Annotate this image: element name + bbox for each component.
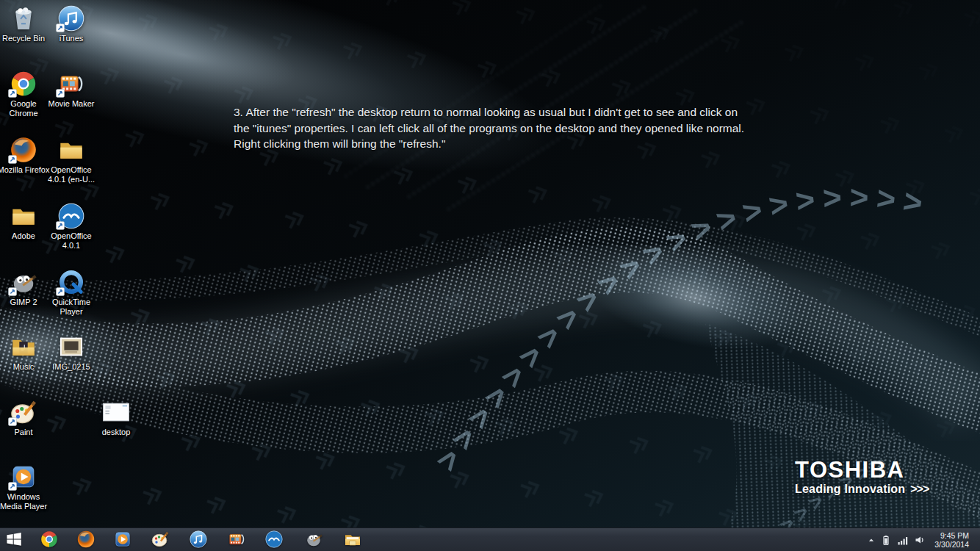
- desktop-icon-desktop-file[interactable]: desktop: [90, 398, 143, 437]
- windows-start-icon: [5, 530, 23, 548]
- taskbar-paint-button[interactable]: [151, 530, 170, 550]
- taskbar-itunes-button[interactable]: [189, 530, 208, 550]
- desktop-icon-label: IMG_0215: [45, 362, 98, 372]
- system-tray: 9:45 PM 3/30/2014: [868, 528, 980, 551]
- battery-button[interactable]: [880, 534, 892, 546]
- desktop-icon-adobe[interactable]: Adobe: [0, 202, 50, 241]
- desktop-icon-label: Recycle Bin: [0, 34, 50, 43]
- desktop-screen: >>>>>>>>>>>>>>>>>>>>>> >>>>>>>>>> Recycl…: [0, 0, 980, 551]
- taskbar-gimp-button[interactable]: [304, 530, 323, 550]
- desktop-icon-label: Music: [0, 362, 50, 372]
- toshiba-tagline: Leading Innovation: [795, 483, 905, 495]
- hidden-icons-caret-icon: [868, 536, 875, 544]
- desktop-icon-img-0215[interactable]: IMG_0215: [45, 333, 98, 372]
- gimp-icon: [305, 530, 323, 548]
- desktop-icon-label: OpenOffice 4.0.1 (en-U...: [45, 165, 98, 184]
- taskbar-clock[interactable]: 9:45 PM 3/30/2014: [934, 531, 969, 550]
- paint-icon: [10, 398, 37, 426]
- paint-icon: [151, 530, 169, 548]
- wmp-icon: [10, 463, 37, 491]
- battery-icon: [880, 534, 892, 546]
- folder-icon: [10, 202, 37, 230]
- desktop-icon-label: iTunes: [45, 34, 98, 43]
- toshiba-logo: TOSHIBA Leading Innovation>>>: [795, 458, 929, 496]
- volume-icon: [914, 534, 926, 546]
- taskbar-wmp-button[interactable]: [113, 530, 132, 550]
- annotation-line: Right clicking them will bring the "refr…: [234, 136, 793, 152]
- desktop-icon-google-chrome[interactable]: Google Chrome: [0, 70, 50, 118]
- itunes-icon: [57, 4, 85, 32]
- shortcut-arrow-icon: [56, 221, 65, 230]
- chevrons-icon: >>>: [910, 483, 929, 495]
- desktop-icon-label: Mozilla Firefox: [0, 165, 50, 175]
- desktop-icon-label: QuickTime Player: [45, 298, 98, 316]
- photo-icon: [57, 333, 85, 361]
- desktop-icon-label: Windows Media Player: [0, 492, 50, 511]
- desktop-icon-paint[interactable]: Paint: [0, 398, 50, 437]
- desktop-icon-label: GIMP 2: [0, 298, 50, 307]
- annotation-line: 3. After the "refresh" the desktop retur…: [234, 104, 793, 120]
- desktop-icon-gimp[interactable]: GIMP 2: [0, 268, 50, 307]
- toshiba-wordmark: TOSHIBA: [795, 458, 929, 482]
- desktop-icon-label: Adobe: [0, 231, 50, 241]
- desktop-icon-label: Movie Maker: [45, 99, 98, 109]
- folder-icon: [57, 136, 85, 164]
- desktop-icon-quicktime[interactable]: QuickTime Player: [45, 268, 98, 316]
- shortcut-arrow-icon: [8, 482, 17, 491]
- taskbar-openoffice-button[interactable]: [264, 530, 284, 550]
- start-button[interactable]: [4, 530, 24, 550]
- chrome-icon: [10, 70, 37, 98]
- clock-date: 3/30/2014: [934, 540, 969, 550]
- desktop-icon-openoffice[interactable]: OpenOffice 4.0.1: [45, 202, 98, 250]
- desktop-icon-movie-maker[interactable]: Movie Maker: [45, 70, 98, 109]
- firefox-icon: [10, 136, 37, 164]
- shortcut-arrow-icon: [56, 89, 65, 98]
- desktop-icon-itunes[interactable]: iTunes: [45, 4, 98, 43]
- shortcut-arrow-icon: [56, 287, 65, 296]
- firefox-icon: [77, 530, 95, 548]
- desktop-icon-label: Paint: [0, 428, 50, 437]
- music-folder-icon: [10, 333, 37, 361]
- shortcut-arrow-icon: [8, 287, 17, 296]
- wmp-icon: [114, 530, 131, 548]
- itunes-icon: [190, 530, 207, 548]
- taskbar-movie-maker-button[interactable]: [227, 530, 246, 550]
- recycle-bin-icon: [10, 4, 37, 32]
- movie-maker-icon: [228, 530, 245, 548]
- annotation-line: the "itunes" properties. I can left clic…: [234, 120, 793, 137]
- hidden-icons-button[interactable]: [868, 536, 875, 544]
- clock-time: 9:45 PM: [934, 531, 969, 541]
- file-explorer-icon: [344, 530, 361, 548]
- taskbar-chrome-button[interactable]: [40, 530, 59, 550]
- desktop-icon-mozilla-firefox[interactable]: Mozilla Firefox: [0, 136, 50, 175]
- desktop-icon-label: desktop: [90, 428, 143, 437]
- desktop-icon-label: Google Chrome: [0, 99, 50, 118]
- volume-button[interactable]: [914, 534, 926, 546]
- openoffice-icon: [57, 202, 85, 230]
- annotation-text: 3. After the "refresh" the desktop retur…: [234, 104, 793, 152]
- chrome-icon: [40, 530, 58, 548]
- shortcut-arrow-icon: [8, 155, 17, 164]
- taskbar-file-explorer-button[interactable]: [343, 530, 362, 550]
- shortcut-arrow-icon: [56, 24, 65, 32]
- desktop-icon-label: OpenOffice 4.0.1: [45, 231, 98, 250]
- movie-maker-icon: [57, 70, 85, 98]
- taskbar: 9:45 PM 3/30/2014: [0, 527, 980, 551]
- desktop-icon-recycle-bin[interactable]: Recycle Bin: [0, 4, 50, 43]
- desktop-icon-music[interactable]: Music: [0, 333, 50, 372]
- desktop-icon-openoffice-folder[interactable]: OpenOffice 4.0.1 (en-U...: [45, 136, 98, 184]
- shortcut-arrow-icon: [8, 89, 17, 98]
- desktop-file-icon: [102, 398, 130, 426]
- quicktime-icon: [57, 268, 85, 296]
- network-signal-icon: [897, 534, 909, 546]
- desktop-icon-windows-media-player[interactable]: Windows Media Player: [0, 463, 50, 511]
- gimp-icon: [10, 268, 37, 296]
- network-button[interactable]: [897, 534, 909, 546]
- openoffice-icon: [265, 530, 283, 548]
- shortcut-arrow-icon: [8, 417, 17, 426]
- taskbar-firefox-button[interactable]: [76, 530, 96, 550]
